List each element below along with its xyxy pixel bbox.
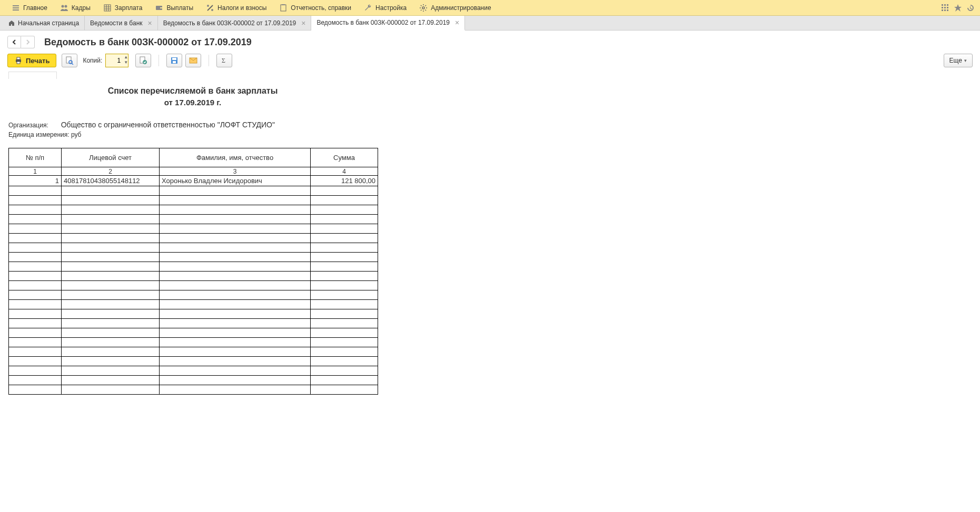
topbar-item-налоги и взносы[interactable]: Налоги и взносы bbox=[200, 0, 273, 16]
copies-down[interactable]: ▼ bbox=[123, 61, 128, 66]
colnum-n: 1 bbox=[9, 167, 62, 176]
page-setup-button[interactable] bbox=[135, 54, 151, 67]
colnum-account: 2 bbox=[62, 167, 160, 176]
table-row-empty[interactable] bbox=[9, 347, 378, 357]
table-row-empty[interactable] bbox=[9, 309, 378, 319]
svg-rect-11 bbox=[160, 7, 162, 8]
cell-n: 1 bbox=[9, 176, 62, 186]
svg-rect-0 bbox=[13, 5, 19, 6]
svg-rect-22 bbox=[944, 7, 946, 8]
close-icon[interactable]: × bbox=[455, 18, 459, 27]
svg-point-3 bbox=[61, 5, 64, 7]
mail-button[interactable] bbox=[185, 54, 201, 67]
salary-table: № п/п Лицевой счет Фамилия, имя, отчеств… bbox=[8, 148, 378, 395]
svg-rect-29 bbox=[17, 62, 20, 64]
svg-rect-23 bbox=[947, 7, 948, 8]
svg-rect-1 bbox=[13, 7, 19, 8]
page-title: Ведомость в банк 00ЗК-000002 от 17.09.20… bbox=[44, 37, 252, 48]
history-icon[interactable] bbox=[966, 4, 975, 12]
home-icon bbox=[8, 20, 15, 26]
star-icon[interactable] bbox=[954, 4, 962, 12]
svg-rect-20 bbox=[947, 4, 948, 6]
topbar-item-главное[interactable]: Главное bbox=[5, 0, 54, 16]
table-row-empty[interactable] bbox=[9, 357, 378, 366]
table-row-empty[interactable] bbox=[9, 290, 378, 300]
topbar-item-администрирование[interactable]: Администрирование bbox=[413, 0, 497, 16]
table-row-empty[interactable] bbox=[9, 186, 378, 196]
nav-forward-button bbox=[21, 36, 35, 48]
col-header-account: Лицевой счет bbox=[62, 148, 160, 167]
tab-label: Начальная страница bbox=[18, 19, 79, 27]
table-row-empty[interactable] bbox=[9, 366, 378, 376]
table-row-empty[interactable] bbox=[9, 328, 378, 338]
svg-point-13 bbox=[211, 9, 213, 11]
topbar-item-выплаты[interactable]: Выплаты bbox=[149, 0, 200, 16]
org-label: Организация: bbox=[8, 122, 48, 129]
menu-icon bbox=[12, 4, 20, 12]
table-row-empty[interactable] bbox=[9, 205, 378, 215]
print-button-label: Печать bbox=[26, 57, 50, 65]
table-row-empty[interactable] bbox=[9, 300, 378, 309]
nav-back-button[interactable] bbox=[7, 36, 21, 48]
svg-rect-24 bbox=[942, 9, 943, 11]
col-header-fio: Фамилия, имя, отчество bbox=[160, 148, 311, 167]
table-row-empty[interactable] bbox=[9, 234, 378, 243]
tab-label: Ведомости в банк bbox=[90, 19, 142, 27]
preview-button[interactable] bbox=[62, 54, 77, 67]
doc-heading1: Список перечисляемой в банк зарплаты bbox=[8, 86, 377, 96]
tab-0[interactable]: Начальная страница bbox=[3, 16, 85, 30]
table-row-empty[interactable] bbox=[9, 385, 378, 395]
svg-point-34 bbox=[143, 61, 147, 64]
col-header-sum: Сумма bbox=[311, 148, 378, 167]
print-button[interactable]: Печать bbox=[7, 54, 56, 67]
topbar-item-кадры[interactable]: Кадры bbox=[54, 0, 97, 16]
copies-label: Копий: bbox=[83, 57, 102, 64]
table-row-empty[interactable] bbox=[9, 262, 378, 272]
close-icon[interactable]: × bbox=[148, 19, 152, 27]
close-icon[interactable]: × bbox=[301, 19, 305, 27]
svg-rect-5 bbox=[104, 5, 111, 11]
table-row-empty[interactable] bbox=[9, 215, 378, 224]
table-row-empty[interactable] bbox=[9, 281, 378, 290]
topbar-item-отчетность, справки[interactable]: Отчетность, справки bbox=[273, 0, 358, 16]
sheet-tab-stub[interactable] bbox=[8, 72, 57, 79]
chevron-down-icon: ▾ bbox=[964, 58, 967, 63]
svg-rect-16 bbox=[282, 4, 285, 5]
cell-account: 40817810438055148112 bbox=[62, 176, 160, 186]
table-row-empty[interactable] bbox=[9, 253, 378, 262]
topbar-item-label: Главное bbox=[23, 4, 47, 12]
topbar-item-зарплата[interactable]: Зарплата bbox=[97, 0, 149, 16]
table-row-empty[interactable] bbox=[9, 319, 378, 328]
svg-point-17 bbox=[422, 7, 424, 9]
topbar-item-label: Администрирование bbox=[431, 4, 491, 12]
sum-button[interactable]: Σ bbox=[216, 54, 232, 67]
svg-rect-18 bbox=[942, 4, 943, 6]
apps-icon[interactable] bbox=[941, 4, 949, 12]
clipboard-icon bbox=[279, 4, 288, 12]
table-row-empty[interactable] bbox=[9, 272, 378, 281]
cell-fio: Хоронько Владлен Исидорович bbox=[160, 176, 311, 186]
users-icon bbox=[60, 4, 68, 12]
topbar-item-label: Выплаты bbox=[166, 4, 193, 12]
table-row-empty[interactable] bbox=[9, 376, 378, 385]
tab-3[interactable]: Ведомость в банк 00ЗК-000002 от 17.09.20… bbox=[311, 16, 465, 31]
topbar-item-label: Зарплата bbox=[115, 4, 143, 12]
table-row-empty[interactable] bbox=[9, 338, 378, 347]
table-row-empty[interactable] bbox=[9, 196, 378, 205]
topbar-item-настройка[interactable]: Настройка bbox=[358, 0, 413, 16]
colnum-fio: 3 bbox=[160, 167, 311, 176]
toolbar: Печать Копий: ▲ ▼ Σ Еще ▾ bbox=[0, 52, 980, 72]
save-button[interactable] bbox=[166, 54, 182, 67]
more-button[interactable]: Еще ▾ bbox=[944, 54, 973, 67]
topbar-item-label: Отчетность, справки bbox=[291, 4, 351, 12]
table-row[interactable]: 140817810438055148112Хоронько Владлен Ис… bbox=[9, 176, 378, 186]
table-row-empty[interactable] bbox=[9, 243, 378, 253]
document-area: Список перечисляемой в банк зарплаты от … bbox=[0, 72, 980, 405]
org-value: Общество с ограниченной ответственностью… bbox=[61, 121, 275, 129]
table-row-empty[interactable] bbox=[9, 224, 378, 234]
tab-2[interactable]: Ведомость в банк 00ЗК-000002 от 17.09.20… bbox=[158, 16, 312, 30]
svg-rect-26 bbox=[947, 9, 948, 11]
svg-rect-28 bbox=[17, 57, 20, 59]
tab-1[interactable]: Ведомости в банк× bbox=[85, 16, 158, 30]
svg-point-4 bbox=[64, 5, 67, 7]
